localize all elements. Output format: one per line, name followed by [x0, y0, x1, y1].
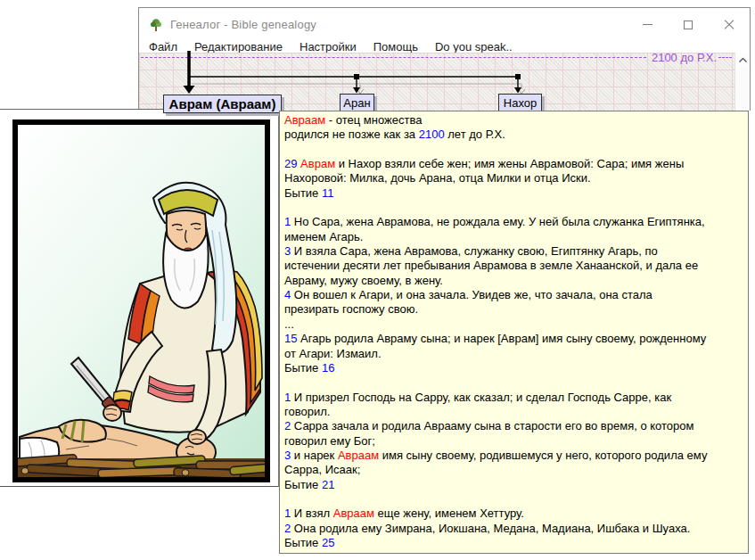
tooltip-line: от Агари: Измаил. [284, 347, 743, 361]
chevron-up-icon [739, 58, 747, 62]
tooltip-line: родился не позже как за 2100 лет до Р.Х. [284, 128, 743, 142]
tooltip-line: Бытие 25 [284, 536, 743, 550]
maximize-button[interactable] [668, 8, 709, 41]
tooltip-line: 3 и нарек Авраам имя сыну своему, родивш… [284, 449, 743, 463]
tooltip-line: Бытие 11 [284, 186, 743, 201]
tooltip-line: Бытие 21 [284, 478, 743, 492]
tooltip-line: Бытие 16 [284, 361, 743, 375]
title-bar: Генеалог - Bible genealogy [139, 8, 750, 41]
tooltip-line: 4 Он вошел к Агари, и она зачала. Увидев… [284, 288, 743, 302]
person-box[interactable]: Аврам (Авраам) [163, 95, 282, 113]
close-icon [724, 20, 734, 30]
tooltip-line: презирать госпожу свою. [284, 302, 743, 317]
tooltip-line: 29 Аврам и Нахор взяли себе жен; имя жен… [284, 157, 743, 171]
tooltip-line: ... [284, 317, 743, 332]
person-box[interactable]: Нахор [498, 94, 542, 112]
tooltip-line [284, 492, 743, 506]
tooltip-line [284, 375, 743, 390]
tooltip-line: 1 И взял Авраам еще жену, именем Хеттуру… [284, 506, 743, 521]
window-title: Генеалог - Bible genealogy [170, 18, 316, 31]
picture-window [0, 109, 279, 487]
tooltip-line: говорил ему Бог; [284, 434, 743, 449]
tooltip-line: 3 И взяла Сара, жена Аврамова, служанку … [284, 244, 743, 259]
era-label: 2100 до Р.Х. [652, 51, 717, 64]
scroll-up-button[interactable] [735, 53, 750, 68]
caption-buttons [627, 8, 750, 41]
tooltip-line: 2 Она родила ему Зимрана, Иокшана, Медан… [284, 522, 743, 536]
tooltip-line: 1 Но Сара, жена Аврамова, не рождала ему… [284, 215, 743, 229]
tooltip-line: 2 Сарра зачала и родила Аврааму сына в с… [284, 419, 743, 433]
tooltip-line [284, 143, 743, 157]
tooltip-line: Нахоровой: Милка, дочь Арана, отца Милки… [284, 171, 743, 185]
minimize-icon [643, 24, 652, 25]
maximize-icon [684, 21, 693, 29]
minimize-button[interactable] [627, 8, 668, 41]
tree-icon [149, 18, 163, 32]
tooltip-line: Авраму, мужу своему, в жену. [284, 274, 743, 288]
close-button[interactable] [709, 8, 750, 41]
era-dashed-line-right [718, 57, 732, 58]
tooltip-line: 1 И призрел Господь на Сарру, как сказал… [284, 391, 743, 405]
abraham-sacrificing-isaac-illustration [12, 119, 270, 482]
vertical-scrollbar[interactable] [734, 53, 750, 111]
person-box[interactable]: Аран [340, 94, 374, 112]
tooltip-panel: Авраам - отец множествародился не позже … [279, 111, 749, 554]
tooltip-line: именем Агарь. [284, 230, 743, 244]
tooltip-line: 15 Агарь родила Авраму сына; и нарек [Ав… [284, 332, 743, 346]
tooltip-line: истечении десяти лет пребывания Аврамова… [284, 259, 743, 273]
tooltip-line: Сарра, Исаак; [284, 463, 743, 477]
tooltip-line [284, 201, 743, 215]
tooltip-line: Авраам - отец множества [284, 113, 743, 128]
tooltip-line: говорил. [284, 405, 743, 419]
desktop: { "colors": { "red": "#FF0000", "blue": … [0, 0, 755, 560]
